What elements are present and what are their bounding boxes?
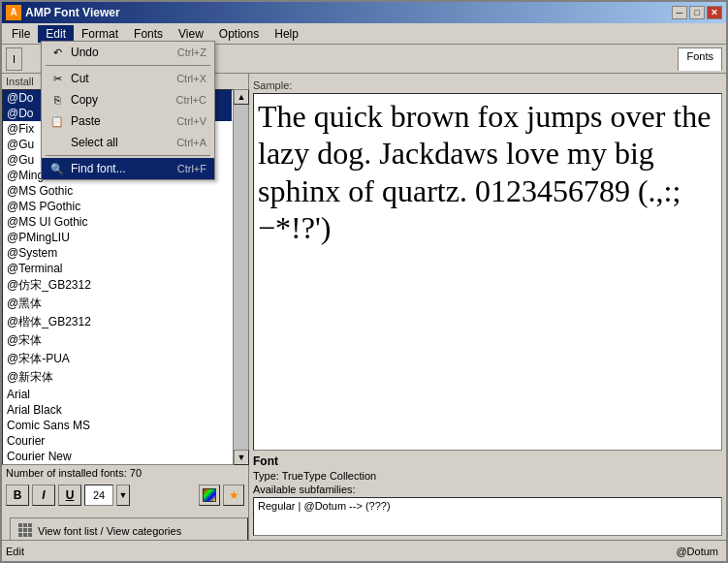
find-font-icon: 🔍 bbox=[49, 161, 65, 176]
paste-label: Paste bbox=[71, 114, 101, 128]
list-item[interactable]: @黑体 bbox=[3, 295, 232, 313]
scroll-up-button[interactable]: ▲ bbox=[234, 89, 249, 105]
menu-copy[interactable]: ⎘ Copy Ctrl+C bbox=[42, 89, 214, 110]
right-panel: Sample: The quick brown fox jumps over t… bbox=[249, 74, 726, 540]
close-button[interactable]: ✕ bbox=[707, 6, 722, 19]
menu-select-all[interactable]: Select all Ctrl+A bbox=[42, 132, 214, 153]
format-bar: B I U ▼ ★ bbox=[2, 481, 248, 510]
font-size-input[interactable] bbox=[84, 485, 113, 506]
view-fonts-button[interactable]: View font list / View categories bbox=[10, 517, 248, 540]
select-all-shortcut: Ctrl+A bbox=[176, 137, 206, 148]
status-right: @Dotum bbox=[676, 546, 722, 557]
window-controls: ─ □ ✕ bbox=[672, 6, 722, 19]
sample-label: Sample: bbox=[253, 78, 722, 93]
minimize-button[interactable]: ─ bbox=[672, 6, 687, 19]
sample-area[interactable]: The quick brown fox jumps over the lazy … bbox=[253, 93, 722, 451]
view-fonts-label: View font list / View categories bbox=[38, 525, 181, 537]
find-font-label: Find font... bbox=[71, 162, 126, 175]
star-icon: ★ bbox=[229, 488, 239, 502]
font-info-title: Font bbox=[253, 454, 722, 468]
list-item[interactable]: @MS PGothic bbox=[3, 199, 232, 214]
underline-button[interactable]: U bbox=[58, 485, 81, 506]
list-item[interactable]: @楷体_GB2312 bbox=[3, 313, 232, 331]
view-fonts-container: View font list / View categories bbox=[2, 510, 248, 540]
separator-1 bbox=[46, 65, 210, 66]
undo-label: Undo bbox=[71, 46, 99, 59]
install-btn[interactable]: I bbox=[6, 47, 22, 71]
subfamilies-box: Regular | @Dotum --> (???) bbox=[253, 497, 722, 536]
menu-fonts[interactable]: Fonts bbox=[126, 25, 171, 43]
list-item[interactable]: @仿宋_GB2312 bbox=[3, 276, 232, 295]
menu-edit[interactable]: Edit bbox=[38, 25, 74, 43]
fonts-tab[interactable]: Fonts bbox=[678, 47, 722, 71]
cut-icon: ✂ bbox=[49, 71, 65, 86]
paste-shortcut: Ctrl+V bbox=[176, 115, 206, 127]
undo-shortcut: Ctrl+Z bbox=[177, 47, 206, 58]
list-item[interactable]: @Terminal bbox=[3, 261, 232, 276]
list-item[interactable]: Courier New bbox=[3, 449, 232, 464]
separator-2 bbox=[46, 155, 210, 156]
copy-label: Copy bbox=[71, 93, 98, 107]
list-item[interactable]: @PMingLIU bbox=[3, 230, 232, 245]
menu-undo[interactable]: ↶ Undo Ctrl+Z bbox=[42, 42, 214, 63]
list-item[interactable]: @System bbox=[3, 245, 232, 261]
list-item[interactable]: Courier bbox=[3, 433, 232, 449]
menu-view[interactable]: View bbox=[171, 25, 211, 43]
title-bar: A AMP Font Viewer ─ □ ✕ bbox=[2, 2, 726, 23]
menu-find-font[interactable]: 🔍 Find font... Ctrl+F bbox=[42, 158, 214, 179]
list-item[interactable]: @宋体-PUA bbox=[3, 350, 232, 368]
status-bar: Edit @Dotum bbox=[2, 540, 726, 561]
menu-help[interactable]: Help bbox=[267, 25, 306, 43]
undo-icon: ↶ bbox=[49, 45, 65, 60]
status-left: Edit bbox=[6, 546, 676, 557]
font-count: Number of installed fonts: 70 bbox=[2, 465, 248, 481]
menu-paste[interactable]: 📋 Paste Ctrl+V bbox=[42, 110, 214, 132]
font-type-row: Type: TrueType Collection bbox=[253, 470, 722, 482]
menu-format[interactable]: Format bbox=[74, 25, 126, 43]
find-font-shortcut: Ctrl+F bbox=[177, 163, 206, 174]
maximize-button[interactable]: □ bbox=[689, 6, 705, 19]
list-item[interactable]: @MS Gothic bbox=[3, 183, 232, 199]
list-item[interactable]: @新宋体 bbox=[3, 368, 232, 387]
main-window: A AMP Font Viewer ─ □ ✕ File Edit Format… bbox=[0, 0, 728, 563]
subfamilies-label: Available subfamilies: bbox=[253, 484, 722, 495]
special-button[interactable]: ★ bbox=[223, 485, 244, 506]
list-item[interactable]: @宋体 bbox=[3, 331, 232, 350]
grid-icon bbox=[18, 523, 34, 539]
copy-icon: ⎘ bbox=[49, 92, 65, 108]
paste-icon: 📋 bbox=[49, 113, 65, 129]
sample-text: The quick brown fox jumps over the lazy … bbox=[258, 99, 711, 245]
edit-dropdown-menu: ↶ Undo Ctrl+Z ✂ Cut Ctrl+X ⎘ Copy Ctrl+C… bbox=[41, 41, 215, 180]
cut-label: Cut bbox=[71, 72, 89, 85]
copy-shortcut: Ctrl+C bbox=[176, 94, 206, 106]
select-all-label: Select all bbox=[71, 136, 118, 149]
list-scrollbar[interactable]: ▲ ▼ bbox=[233, 89, 248, 465]
font-size-dropdown[interactable]: ▼ bbox=[116, 485, 130, 506]
list-item[interactable]: Arial bbox=[3, 387, 232, 402]
app-icon: A bbox=[6, 5, 21, 20]
menu-options[interactable]: Options bbox=[211, 25, 267, 43]
bold-button[interactable]: B bbox=[6, 485, 29, 506]
scroll-track[interactable] bbox=[234, 105, 248, 450]
list-item[interactable]: Comic Sans MS bbox=[3, 418, 232, 433]
list-item[interactable]: Arial Black bbox=[3, 402, 232, 418]
menu-file[interactable]: File bbox=[4, 25, 38, 43]
window-title: AMP Font Viewer bbox=[25, 6, 672, 19]
cut-shortcut: Ctrl+X bbox=[176, 73, 206, 84]
list-item[interactable]: @MS UI Gothic bbox=[3, 214, 232, 230]
color-button[interactable] bbox=[199, 485, 220, 506]
scroll-down-button[interactable]: ▼ bbox=[234, 450, 249, 465]
italic-button[interactable]: I bbox=[32, 485, 55, 506]
select-all-icon bbox=[49, 135, 65, 150]
menu-cut[interactable]: ✂ Cut Ctrl+X bbox=[42, 68, 214, 89]
font-info: Font Type: TrueType Collection Available… bbox=[253, 454, 722, 536]
